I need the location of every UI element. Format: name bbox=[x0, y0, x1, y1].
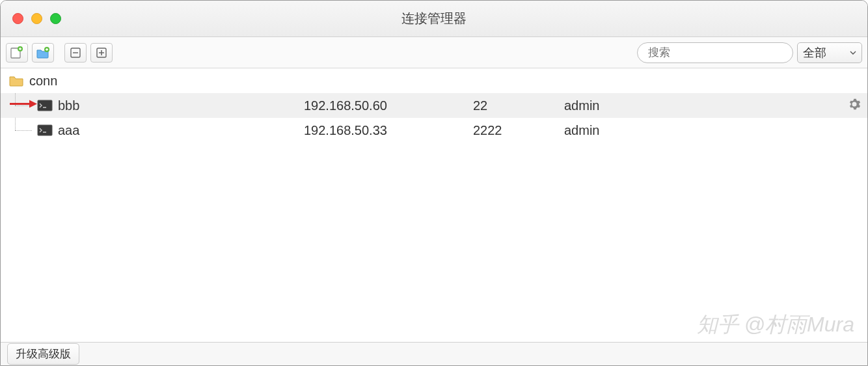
filter-label: 全部 bbox=[803, 45, 826, 61]
filter-select[interactable]: 全部 bbox=[797, 42, 862, 63]
window-controls bbox=[1, 13, 61, 24]
terminal-icon bbox=[37, 100, 53, 111]
connection-ip: 192.168.50.33 bbox=[304, 123, 473, 138]
connection-ip: 192.168.50.60 bbox=[304, 98, 473, 113]
search-input[interactable] bbox=[648, 46, 786, 59]
folder-name: conn bbox=[29, 74, 57, 89]
close-window-button[interactable] bbox=[12, 13, 23, 24]
terminal-icon bbox=[37, 124, 53, 136]
connection-port: 2222 bbox=[473, 123, 564, 138]
titlebar: 连接管理器 bbox=[1, 1, 867, 37]
search-box[interactable] bbox=[637, 42, 793, 63]
connection-row[interactable]: aaa 192.168.50.33 2222 admin bbox=[1, 118, 867, 143]
connection-row[interactable]: bbb 192.168.50.60 22 admin bbox=[1, 93, 867, 118]
svg-rect-11 bbox=[38, 100, 52, 111]
settings-button[interactable] bbox=[841, 98, 867, 114]
svg-rect-13 bbox=[38, 125, 52, 135]
connection-port: 22 bbox=[473, 98, 564, 113]
gear-icon bbox=[848, 98, 861, 111]
arrow-annotation-icon bbox=[10, 98, 37, 113]
expand-button[interactable] bbox=[90, 43, 113, 63]
toolbar: 全部 bbox=[1, 37, 867, 68]
connection-user: admin bbox=[564, 98, 841, 113]
new-file-button[interactable] bbox=[6, 43, 28, 63]
minimize-window-button[interactable] bbox=[31, 13, 42, 24]
connection-name: bbb bbox=[58, 98, 79, 113]
upgrade-button[interactable]: 升级高级版 bbox=[7, 343, 79, 365]
folder-row[interactable]: conn bbox=[1, 68, 867, 93]
chevron-down-icon bbox=[850, 51, 856, 55]
connection-name: aaa bbox=[58, 123, 79, 138]
new-folder-button[interactable] bbox=[32, 43, 54, 63]
connection-user: admin bbox=[564, 123, 841, 138]
collapse-button[interactable] bbox=[64, 43, 87, 63]
maximize-window-button[interactable] bbox=[50, 13, 61, 24]
footer: 升级高级版 bbox=[1, 342, 867, 365]
upgrade-label: 升级高级版 bbox=[16, 348, 71, 360]
connection-tree: conn bbb 192.168.50.60 22 bbox=[1, 68, 867, 342]
folder-icon bbox=[8, 74, 24, 87]
window-title: 连接管理器 bbox=[1, 10, 867, 27]
